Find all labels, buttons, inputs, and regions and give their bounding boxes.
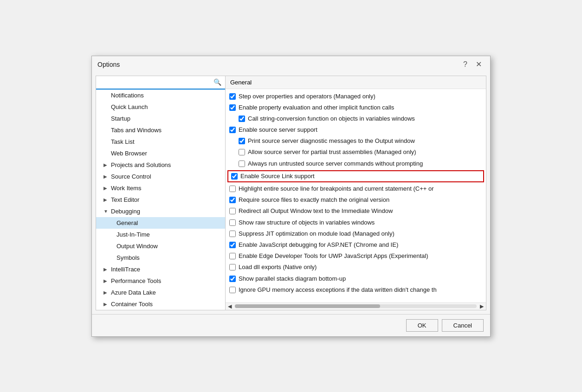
tree-item-azure-data-lake[interactable]: ▶Azure Data Lake — [96, 287, 225, 298]
checkbox-opt1[interactable] — [229, 93, 236, 100]
option-text-opt5: Print source server diagnostic messages … — [248, 137, 415, 145]
ok-button[interactable]: OK — [406, 319, 438, 332]
tree-arrow-azure-data-lake: ▶ — [103, 290, 109, 295]
option-item-opt1[interactable]: Step over properties and operators (Mana… — [226, 91, 486, 102]
tree-label-container-tools: Container Tools — [111, 301, 153, 308]
scroll-left-icon[interactable]: ◀ — [226, 303, 233, 309]
option-item-opt5[interactable]: Print source server diagnostic messages … — [226, 135, 486, 147]
option-text-opt17: Show parallel stacks diagram bottom-up — [239, 275, 346, 283]
tree-item-performance-tools[interactable]: ▶Performance Tools — [96, 275, 225, 287]
tree-item-container-tools[interactable]: ▶Container Tools — [96, 298, 225, 310]
option-text-opt9: Highlight entire source line for breakpo… — [239, 185, 434, 193]
option-item-opt8[interactable]: Enable Source Link support — [227, 170, 484, 182]
h-scroll-thumb — [235, 304, 380, 308]
tree-item-quick-launch[interactable]: Quick Launch — [96, 101, 225, 113]
checkbox-opt3[interactable] — [239, 116, 245, 122]
option-text-opt1: Step over properties and operators (Mana… — [239, 92, 375, 101]
dialog-title: Options — [97, 61, 120, 68]
tree-item-text-editor[interactable]: ▶Text Editor — [96, 194, 225, 206]
option-text-opt12: Show raw structure of objects in variabl… — [239, 218, 375, 227]
tree-item-notifications[interactable]: Notifications — [96, 90, 225, 101]
tree-label-source-control: Source Control — [111, 173, 151, 180]
option-text-opt11: Redirect all Output Window text to the I… — [239, 207, 393, 215]
left-panel: 🔍 NotificationsQuick LaunchStartupTabs a… — [96, 76, 226, 310]
checkbox-opt16[interactable] — [229, 264, 236, 270]
horizontal-scrollbar[interactable]: ◀ ▶ — [226, 302, 486, 310]
tree-arrow-work-items: ▶ — [103, 186, 109, 191]
tree-label-output-window: Output Window — [116, 243, 158, 250]
tree-label-intellitrace: IntelliTrace — [111, 266, 140, 273]
checkbox-opt9[interactable] — [229, 186, 236, 192]
tree-label-text-editor: Text Editor — [111, 196, 139, 203]
content-area: Step over properties and operators (Mana… — [226, 89, 486, 310]
tree-label-azure-data-lake: Azure Data Lake — [111, 289, 156, 296]
option-item-opt3[interactable]: Call string-conversion function on objec… — [226, 113, 486, 124]
tree-arrow-container-tools: ▶ — [103, 302, 109, 307]
search-icon: 🔍 — [212, 78, 223, 86]
option-item-opt2[interactable]: Enable property evaluation and other imp… — [226, 102, 486, 113]
option-text-opt3: Call string-conversion function on objec… — [248, 115, 415, 123]
checkbox-opt15[interactable] — [229, 253, 236, 259]
checkbox-opt7[interactable] — [239, 161, 245, 167]
tree-item-just-in-time[interactable]: Just-In-Time — [96, 229, 225, 240]
close-button[interactable]: ✕ — [473, 60, 485, 69]
checkbox-opt5[interactable] — [239, 138, 245, 144]
dialog-body: 🔍 NotificationsQuick LaunchStartupTabs a… — [92, 72, 490, 314]
tree-item-intellitrace[interactable]: ▶IntelliTrace — [96, 263, 225, 275]
option-item-opt12[interactable]: Show raw structure of objects in variabl… — [226, 217, 486, 228]
option-text-opt16: Load dll exports (Native only) — [239, 263, 317, 271]
tree-label-performance-tools: Performance Tools — [111, 277, 161, 284]
option-item-opt9[interactable]: Highlight entire source line for breakpo… — [226, 183, 486, 194]
checkbox-opt11[interactable] — [229, 208, 236, 214]
option-item-opt6[interactable]: Allow source server for partial trust as… — [226, 147, 486, 158]
checkbox-opt4[interactable] — [229, 127, 236, 133]
checkbox-opt14[interactable] — [229, 242, 236, 248]
tree-label-symbols: Symbols — [116, 254, 140, 261]
option-item-opt16[interactable]: Load dll exports (Native only) — [226, 262, 486, 273]
option-item-opt17[interactable]: Show parallel stacks diagram bottom-up — [226, 273, 486, 284]
option-item-opt14[interactable]: Enable JavaScript debugging for ASP.NET … — [226, 239, 486, 251]
option-item-opt15[interactable]: Enable Edge Developer Tools for UWP Java… — [226, 251, 486, 262]
tree-label-task-list: Task List — [111, 138, 135, 145]
scroll-right-icon[interactable]: ▶ — [479, 303, 485, 309]
right-panel: General Step over properties and operato… — [226, 76, 486, 310]
help-button[interactable]: ? — [460, 60, 470, 69]
checkbox-opt18[interactable] — [229, 287, 236, 293]
right-panel-header: General — [226, 76, 486, 89]
tree-arrow-text-editor: ▶ — [103, 197, 109, 202]
cancel-button[interactable]: Cancel — [442, 319, 484, 332]
options-dialog: Options ? ✕ 🔍 NotificationsQuick LaunchS… — [91, 56, 491, 337]
tree-item-tabs-windows[interactable]: Tabs and Windows — [96, 124, 225, 136]
search-input[interactable] — [98, 78, 212, 87]
option-item-opt10[interactable]: Require source files to exactly match th… — [226, 194, 486, 206]
option-item-opt4[interactable]: Enable source server support — [226, 124, 486, 135]
title-bar-buttons: ? ✕ — [460, 60, 485, 69]
checkbox-opt8[interactable] — [231, 173, 238, 180]
checkbox-opt12[interactable] — [229, 219, 236, 226]
checkbox-opt6[interactable] — [239, 149, 245, 155]
option-item-opt13[interactable]: Suppress JIT optimization on module load… — [226, 228, 486, 239]
title-bar: Options ? ✕ — [92, 56, 490, 72]
checkbox-opt2[interactable] — [229, 104, 236, 111]
tree-arrow-projects-solutions: ▶ — [103, 162, 109, 167]
tree-item-startup[interactable]: Startup — [96, 113, 225, 124]
options-list[interactable]: Step over properties and operators (Mana… — [226, 89, 486, 302]
checkbox-opt10[interactable] — [229, 197, 236, 203]
tree-item-web-browser[interactable]: Web Browser — [96, 148, 225, 159]
option-text-opt14: Enable JavaScript debugging for ASP.NET … — [239, 241, 398, 249]
tree-item-work-items[interactable]: ▶Work Items — [96, 182, 225, 194]
tree-item-projects-solutions[interactable]: ▶Projects and Solutions — [96, 159, 225, 171]
tree-item-debugging[interactable]: ▼Debugging — [96, 206, 225, 217]
tree-item-general[interactable]: General — [96, 217, 225, 229]
tree-item-output-window[interactable]: Output Window — [96, 240, 225, 252]
checkbox-opt17[interactable] — [229, 276, 236, 282]
tree-item-source-control[interactable]: ▶Source Control — [96, 171, 225, 182]
tree-arrow-performance-tools: ▶ — [103, 278, 109, 283]
option-item-opt7[interactable]: Always run untrusted source server comma… — [226, 158, 486, 169]
option-item-opt11[interactable]: Redirect all Output Window text to the I… — [226, 206, 486, 217]
tree-item-symbols[interactable]: Symbols — [96, 252, 225, 263]
tree-item-task-list[interactable]: Task List — [96, 136, 225, 148]
checkbox-opt13[interactable] — [229, 231, 236, 237]
option-item-opt18[interactable]: Ignore GPU memory access exceptions if t… — [226, 284, 486, 296]
tree-label-notifications: Notifications — [111, 92, 144, 99]
